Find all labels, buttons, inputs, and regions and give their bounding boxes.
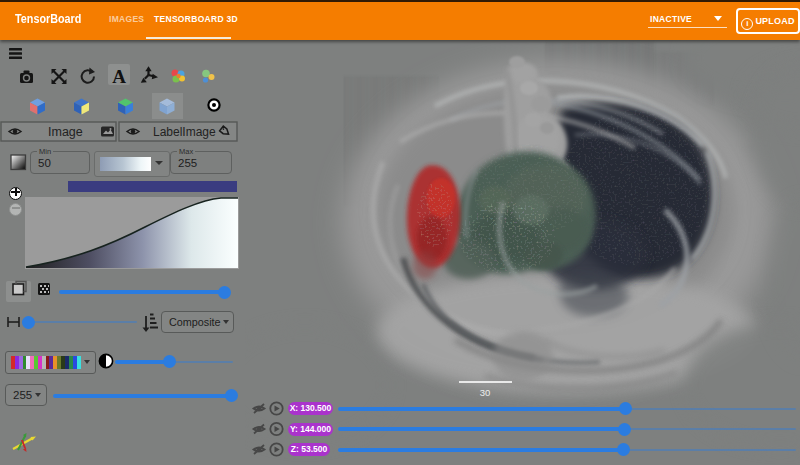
svg-text:30: 30: [480, 387, 491, 398]
svg-text:LabelImage: LabelImage: [153, 125, 216, 139]
svg-text:A: A: [112, 66, 126, 87]
svg-text:Image: Image: [48, 125, 83, 139]
